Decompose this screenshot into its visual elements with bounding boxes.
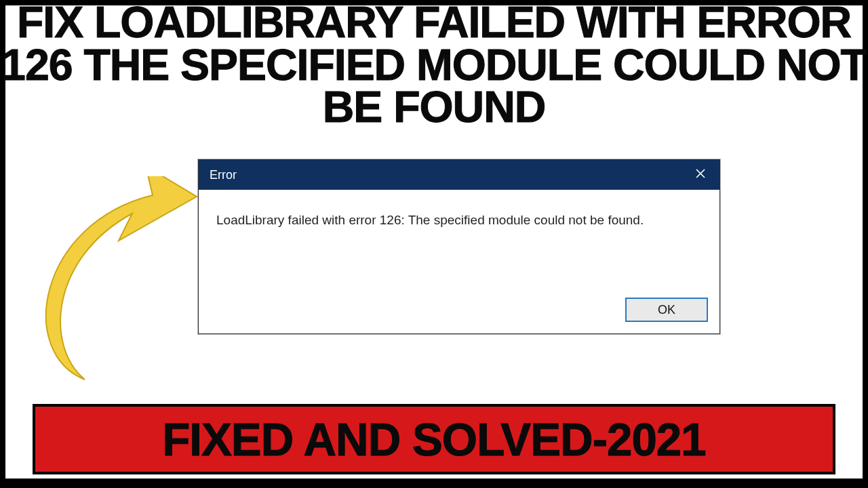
close-button[interactable] bbox=[682, 160, 719, 190]
thumbnail-headline: FIX LOADLIBRARY FAILED WITH ERROR 126 TH… bbox=[0, 0, 868, 128]
error-dialog: Error LoadLibrary failed with error 126:… bbox=[198, 159, 720, 334]
close-icon bbox=[695, 168, 706, 182]
dialog-message: LoadLibrary failed with error 126: The s… bbox=[199, 190, 719, 298]
dialog-titlebar: Error bbox=[199, 160, 719, 190]
ok-button-label: OK bbox=[658, 303, 675, 317]
footer-text: FIXED AND SOLVED-2021 bbox=[162, 412, 706, 466]
dialog-title: Error bbox=[210, 168, 237, 182]
footer-band: FIXED AND SOLVED-2021 bbox=[33, 404, 835, 474]
dialog-actions: OK bbox=[199, 298, 719, 333]
curved-arrow-icon bbox=[37, 176, 214, 393]
ok-button[interactable]: OK bbox=[626, 298, 707, 321]
